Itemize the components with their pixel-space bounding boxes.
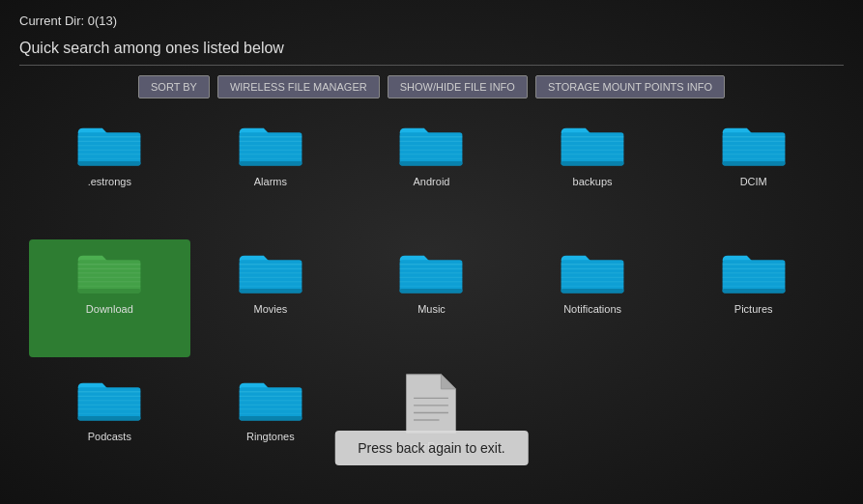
folder-icon-estrongs: [74, 116, 144, 172]
svg-rect-16: [400, 132, 463, 165]
svg-rect-23: [400, 161, 463, 166]
svg-rect-31: [561, 161, 624, 166]
search-bar: Quick search among ones listed below: [19, 40, 844, 66]
toolbar: SORT BYWIRELESS FILE MANAGERSHOW/HIDE FI…: [19, 75, 844, 98]
file-label-android: Android: [414, 176, 450, 187]
svg-rect-79: [722, 289, 785, 294]
toolbar-btn-show-hide-file-info[interactable]: SHOW/HIDE FILE INFO: [388, 75, 528, 98]
svg-rect-15: [239, 161, 302, 166]
current-dir: Current Dir: 0(13): [19, 10, 844, 32]
file-label-alarms: Alarms: [254, 176, 287, 187]
file-label-pictures: Pictures: [734, 303, 773, 315]
svg-rect-80: [78, 387, 141, 420]
folder-icon-music: [396, 243, 466, 299]
svg-rect-40: [78, 260, 141, 293]
svg-rect-0: [78, 132, 141, 165]
file-label-music: Music: [417, 303, 446, 315]
file-item-ringtones[interactable]: Ringtones: [190, 367, 352, 494]
file-label-estrongs: .estrongs: [88, 176, 131, 187]
file-label-dcim: DCIM: [740, 176, 767, 187]
svg-rect-55: [239, 289, 302, 294]
toolbar-btn-wireless-file-manager[interactable]: WIRELESS FILE MANAGER: [217, 75, 380, 98]
toolbar-btn-storage-mount-points-info[interactable]: STORAGE MOUNT POINTS INFO: [535, 75, 725, 98]
file-item-backups[interactable]: backups: [512, 112, 674, 230]
svg-rect-88: [239, 387, 302, 420]
file-item-android[interactable]: Android: [351, 112, 512, 230]
file-item-alarms[interactable]: Alarms: [190, 112, 352, 230]
svg-rect-71: [561, 289, 624, 294]
svg-rect-95: [239, 416, 302, 421]
folder-icon-notifications: [558, 243, 627, 299]
svg-rect-32: [722, 132, 785, 165]
toolbar-btn-sort-by[interactable]: SORT BY: [138, 75, 210, 98]
svg-rect-24: [561, 132, 624, 165]
folder-icon-android: [396, 116, 466, 172]
folder-icon-movies: [236, 243, 305, 299]
file-label-download: Download: [86, 303, 133, 315]
file-label-notifications: Notifications: [563, 303, 621, 315]
file-item-pictures[interactable]: Pictures: [673, 239, 834, 357]
svg-marker-97: [442, 375, 456, 389]
file-label-backups: backups: [573, 176, 613, 187]
file-item-estrongs[interactable]: .estrongs: [29, 112, 190, 230]
file-item-movies[interactable]: Movies: [190, 239, 352, 357]
file-label-movies: Movies: [253, 303, 287, 315]
folder-icon-alarms: [236, 116, 305, 172]
svg-rect-47: [78, 289, 141, 294]
file-item-download[interactable]: Download: [29, 239, 190, 357]
folder-icon-pictures: [719, 243, 789, 299]
svg-rect-64: [561, 260, 624, 293]
folder-icon-ringtones: [236, 371, 305, 427]
folder-icon-podcasts: [74, 371, 144, 427]
svg-rect-72: [722, 260, 785, 293]
file-item-podcasts[interactable]: Podcasts: [29, 367, 190, 494]
folder-icon-backups: [558, 116, 627, 172]
file-item-dcim[interactable]: DCIM: [673, 112, 834, 230]
svg-rect-63: [400, 289, 463, 294]
search-label: Quick search among ones listed below: [19, 40, 284, 56]
svg-rect-8: [239, 132, 302, 165]
svg-rect-56: [400, 260, 463, 293]
svg-rect-87: [78, 416, 141, 421]
svg-rect-48: [239, 260, 302, 293]
file-item-music[interactable]: Music: [351, 239, 512, 357]
toast-message: Press back again to exit.: [334, 431, 529, 465]
file-label-podcasts: Podcasts: [88, 431, 131, 442]
tv-screen: Current Dir: 0(13) Quick search among on…: [0, 0, 863, 504]
file-label-ringtones: Ringtones: [246, 431, 295, 442]
folder-icon-download: [74, 243, 144, 299]
svg-rect-39: [722, 161, 785, 166]
folder-icon-dcim: [719, 116, 789, 172]
file-item-notifications[interactable]: Notifications: [512, 239, 674, 357]
svg-rect-7: [78, 161, 141, 166]
